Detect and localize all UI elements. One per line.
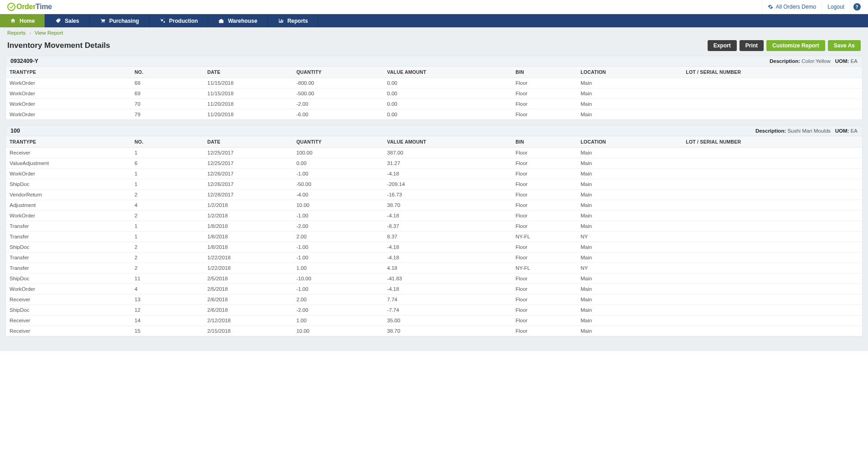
nav-production[interactable]: Production [149,14,208,27]
cell-bin: NY-FL [512,232,577,242]
logout-label: Logout [827,4,844,10]
table-row[interactable]: WorkOrder21/2/2018-1.00-4.18FloorMain [6,211,862,221]
col-trantype[interactable]: TRANTYPE [6,67,131,78]
cell-qty: -1.00 [293,253,383,263]
nav-sales[interactable]: Sales [45,14,89,27]
table-row[interactable]: Transfer11/8/20182.008.37NY-FLNY [6,232,862,242]
nav-production-label: Production [169,18,198,24]
cell-no: 69 [131,88,204,99]
table-row[interactable]: WorkOrder7011/20/2018-2.000.00FloorMain [6,99,862,109]
col-qty[interactable]: QUANTITY [293,136,383,148]
cell-value: -209.14 [384,179,512,190]
cell-date: 12/25/2017 [204,148,293,158]
table-row[interactable]: ValueAdjustment612/25/20170.0031.27Floor… [6,158,862,169]
report-content: 0932409-YDescription: Color:YellowUOM: E… [0,56,868,351]
table-row[interactable]: ShipDoc112/5/2018-10.00-41.83FloorMain [6,273,862,284]
brand-logo[interactable]: OrderTime [7,3,52,11]
breadcrumb-root[interactable]: Reports [7,30,26,36]
table-row[interactable]: Receiver142/12/20181.0035.00FloorMain [6,315,862,326]
cell-value: 7.74 [384,294,512,305]
cell-date: 12/26/2017 [204,179,293,190]
table-row[interactable]: Adjustment41/2/201810.0038.70FloorMain [6,200,862,211]
nav-reports[interactable]: Reports [268,14,318,27]
cell-location: Main [577,253,682,263]
cell-date: 11/15/2018 [204,78,293,88]
section-header: 100Description: Sushi Mari MouldsUOM: EA [6,126,862,136]
col-qty[interactable]: QUANTITY [293,67,383,78]
cell-trantype: Transfer [6,253,131,263]
customize-button[interactable]: Customize Report [766,40,825,51]
table-row[interactable]: Receiver152/15/201810.0038.70FloorMain [6,326,862,336]
breadcrumb-current[interactable]: View Report [35,30,63,36]
demo-company-button[interactable]: All Orders Demo [762,0,822,14]
demo-company-label: All Orders Demo [776,4,817,10]
cell-bin: Floor [512,273,577,284]
save-as-button[interactable]: Save As [828,40,861,51]
cell-no: 14 [131,315,204,326]
cell-qty: -50.00 [293,179,383,190]
cell-no: 15 [131,326,204,336]
table-row[interactable]: WorkOrder112/26/2017-1.00-4.18FloorMain [6,169,862,179]
col-bin[interactable]: BIN [512,67,577,78]
cell-bin: Floor [512,99,577,109]
help-button[interactable]: ? [850,0,863,14]
col-date[interactable]: DATE [204,136,293,148]
col-location[interactable]: LOCATION [577,67,682,78]
col-lot[interactable]: LOT / SERIAL NUMBER [682,136,862,148]
col-date[interactable]: DATE [204,67,293,78]
cell-location: Main [577,284,682,294]
cell-trantype: WorkOrder [6,284,131,294]
table-row[interactable]: Transfer11/8/2018-2.00-8.37FloorMain [6,221,862,232]
col-location[interactable]: LOCATION [577,136,682,148]
brand-text: OrderTime [16,3,52,11]
table-row[interactable]: Receiver132/6/20182.007.74FloorMain [6,294,862,305]
cell-date: 2/5/2018 [204,284,293,294]
cell-no: 4 [131,284,204,294]
col-lot[interactable]: LOT / SERIAL NUMBER [682,67,862,78]
cell-bin: Floor [512,169,577,179]
table-row[interactable]: ShipDoc112/26/2017-50.00-209.14FloorMain [6,179,862,190]
cell-date: 11/20/2018 [204,109,293,120]
table-row[interactable]: Transfer21/22/20181.004.18NY-FLNY [6,263,862,273]
col-no[interactable]: NO. [131,67,204,78]
table-row[interactable]: Receiver112/25/2017100.00387.00FloorMain [6,148,862,158]
cell-location: Main [577,211,682,221]
cell-lot [682,242,862,253]
col-value[interactable]: VALUE AMOUNT [384,136,512,148]
logout-button[interactable]: Logout [822,0,850,14]
col-trantype[interactable]: TRANTYPE [6,136,131,148]
table-row[interactable]: WorkOrder7911/20/2018-6.000.00FloorMain [6,109,862,120]
cell-no: 2 [131,263,204,273]
nav-home[interactable]: Home [0,14,45,27]
table-row[interactable]: ShipDoc122/6/2018-2.00-7.74FloorMain [6,305,862,315]
nav-warehouse[interactable]: Warehouse [208,14,267,27]
nav-purchasing[interactable]: Purchasing [90,14,149,27]
col-value[interactable]: VALUE AMOUNT [384,67,512,78]
cell-qty: -10.00 [293,273,383,284]
col-bin[interactable]: BIN [512,136,577,148]
page-action-buttons: Export Print Customize Report Save As [708,40,861,51]
cell-no: 1 [131,179,204,190]
table-row[interactable]: WorkOrder6811/15/2018-800.000.00FloorMai… [6,78,862,88]
print-button[interactable]: Print [740,40,764,51]
cell-trantype: WorkOrder [6,211,131,221]
cell-location: Main [577,315,682,326]
cell-location: Main [577,242,682,253]
table-row[interactable]: WorkOrder6911/15/2018-500.000.00FloorMai… [6,88,862,99]
table-row[interactable]: VendorReturn212/28/2017-4.00-16.73FloorM… [6,190,862,200]
cell-value: -4.18 [384,242,512,253]
page-header-area: Reports › View Report Inventory Movement… [0,27,868,56]
table-row[interactable]: Transfer21/22/2018-1.00-4.18FloorMain [6,253,862,263]
cell-location: Main [577,158,682,169]
cell-bin: Floor [512,148,577,158]
cell-location: Main [577,294,682,305]
cell-no: 11 [131,273,204,284]
table-row[interactable]: WorkOrder42/5/2018-1.00-4.18FloorMain [6,284,862,294]
cell-no: 13 [131,294,204,305]
cell-date: 2/5/2018 [204,273,293,284]
export-button[interactable]: Export [708,40,737,51]
home-icon [10,18,16,24]
warehouse-icon [218,18,224,24]
table-row[interactable]: ShipDoc21/8/2018-1.00-4.18FloorMain [6,242,862,253]
col-no[interactable]: NO. [131,136,204,148]
